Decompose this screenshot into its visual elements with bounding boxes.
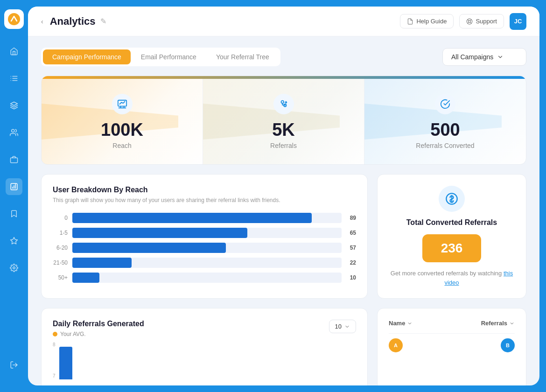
name-sort-icon: [407, 321, 413, 326]
referrals-sort-icon: [509, 321, 515, 326]
svg-line-16: [468, 19, 469, 20]
chart-icon: [117, 99, 127, 109]
header-right: Help Guide Support JC: [400, 13, 526, 30]
dollar-icon-container: [439, 186, 465, 212]
svg-point-8: [12, 129, 14, 132]
sidebar-icon-layers[interactable]: [6, 97, 22, 114]
bar-label-4: 50+: [53, 274, 68, 281]
converted-icon-container: [435, 94, 455, 114]
user-breakdown-card: User Breakdown By Reach This graph will …: [41, 174, 368, 299]
svg-marker-11: [11, 238, 18, 244]
help-guide-icon: [407, 18, 413, 25]
col-header-referrals[interactable]: Referrals: [481, 320, 515, 327]
bar-label-0: 0: [53, 215, 68, 221]
sidebar-icon-star[interactable]: [6, 232, 22, 249]
sidebar-icon-bookmark[interactable]: [6, 205, 22, 222]
bar-row-4: 50+ 10: [53, 273, 356, 283]
bar-fill-4: [72, 273, 99, 283]
bar-track-1: [72, 228, 342, 238]
bar-fill-2: [72, 243, 226, 253]
daily-chart-area: 8 7: [53, 342, 356, 379]
tab-email-performance[interactable]: Email Performance: [132, 49, 206, 64]
converted-number: 236: [422, 234, 482, 262]
per-page-arrow-icon: [344, 324, 350, 329]
app-logo[interactable]: [4, 9, 24, 29]
daily-referrals-card: Daily Referrals Generated Your AVG. 10: [41, 308, 368, 385]
col-header-name[interactable]: Name: [389, 320, 413, 327]
converted-label: Referrals Converted: [416, 142, 474, 149]
svg-marker-7: [11, 102, 18, 106]
bar-value-0: 89: [350, 215, 356, 221]
daily-title: Daily Referrals Generated: [53, 320, 144, 328]
power-users-header: Name Referrals: [389, 320, 515, 334]
help-guide-button[interactable]: Help Guide: [400, 14, 454, 28]
funnel-card-referrals: 5K Referrals: [203, 79, 364, 164]
converted-description: Get more converted referrals by watching…: [389, 269, 515, 287]
per-page-dropdown[interactable]: 10: [329, 320, 356, 333]
sidebar-bottom: [6, 357, 22, 383]
avg-indicator: Your AVG.: [53, 331, 144, 337]
svg-line-19: [468, 22, 469, 23]
sidebar-icon-analytics[interactable]: [6, 178, 22, 195]
bar-fill-1: [72, 228, 247, 238]
funnel-section: 100K Reach 5K: [41, 76, 526, 165]
bar-row-0: 0 89: [53, 213, 356, 223]
top-header: ‹ Analytics ✎ Help Guide Support: [28, 7, 539, 36]
tabs-row: Campaign Performance Email Performance Y…: [41, 48, 526, 66]
sidebar-icon-settings[interactable]: [6, 259, 22, 276]
reach-label: Reach: [112, 142, 131, 149]
referral-icon: [279, 99, 289, 109]
svg-point-12: [13, 267, 15, 269]
sidebar-icon-users[interactable]: [6, 124, 22, 141]
bar-fill-3: [72, 258, 132, 268]
bar-label-2: 6-20: [53, 245, 68, 251]
bar-track-0: [72, 213, 342, 223]
svg-point-22: [284, 105, 285, 106]
bar-track-3: [72, 258, 342, 268]
breakdown-subtitle: This graph will show you how many of you…: [53, 197, 356, 203]
sidebar-icon-home[interactable]: [6, 43, 22, 60]
sidebar-icon-tag[interactable]: [6, 151, 22, 168]
sidebar-icon-logout[interactable]: [6, 357, 22, 373]
campaign-dropdown[interactable]: All Campaigns: [442, 48, 526, 66]
referrals-value: 5K: [272, 120, 295, 140]
tab-campaign-performance[interactable]: Campaign Performance: [43, 49, 131, 64]
bar-value-2: 57: [350, 245, 356, 251]
user-avatar-1: B: [501, 338, 515, 352]
header-left: ‹ Analytics ✎: [41, 15, 106, 28]
svg-line-17: [470, 22, 471, 23]
checkmark-icon: [440, 99, 450, 109]
bar-track-2: [72, 243, 342, 253]
y-axis: 8 7: [53, 342, 57, 379]
support-icon: [466, 18, 473, 25]
power-users-card: Name Referrals A: [377, 308, 526, 385]
bar-value-1: 65: [350, 230, 356, 236]
svg-rect-9: [11, 158, 18, 163]
middle-grid: User Breakdown By Reach This graph will …: [41, 174, 526, 299]
breakdown-bar-chart: 0 89 1-5 65 6-20: [53, 213, 356, 283]
sidebar-icon-list[interactable]: [6, 70, 22, 87]
main-container: ‹ Analytics ✎ Help Guide Support: [28, 7, 539, 385]
total-converted-card: Total Converted Referrals 236 Get more c…: [377, 174, 526, 299]
user-row-0: A B: [389, 334, 515, 357]
daily-title-group: Daily Referrals Generated Your AVG.: [53, 320, 144, 337]
edit-icon[interactable]: ✎: [100, 17, 106, 26]
daily-bars: [59, 347, 356, 379]
bar-track-4: [72, 273, 342, 283]
bar-fill-0: [72, 213, 312, 223]
bottom-section: Daily Referrals Generated Your AVG. 10: [41, 308, 526, 385]
bar-value-4: 10: [350, 274, 356, 281]
content-area: Campaign Performance Email Performance Y…: [28, 36, 539, 385]
bar-label-1: 1-5: [53, 230, 68, 236]
user-avatar[interactable]: JC: [510, 13, 526, 30]
back-button[interactable]: ‹: [41, 18, 43, 25]
page-title: Analytics: [50, 15, 96, 28]
reach-icon-container: [112, 94, 133, 114]
svg-point-0: [8, 13, 20, 25]
support-button[interactable]: Support: [459, 14, 504, 28]
tab-referral-tree[interactable]: Your Referral Tree: [207, 49, 279, 64]
svg-line-18: [470, 19, 471, 20]
sidebar: [0, 0, 28, 392]
funnel-card-reach: 100K Reach: [42, 79, 203, 164]
breakdown-title: User Breakdown By Reach: [53, 186, 356, 194]
